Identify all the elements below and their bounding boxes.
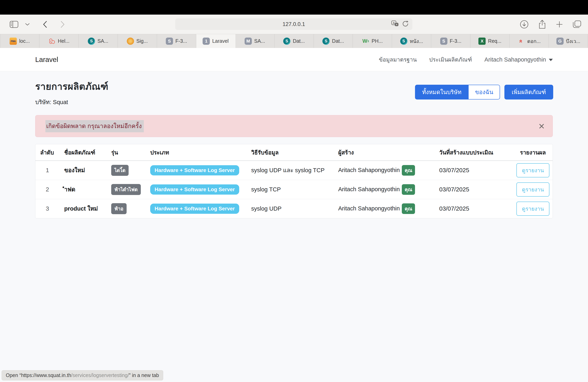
tab-title: loc... [19,38,30,44]
table-row: 1 ของใหม่ ไดไ้ด Hardware + Software Log … [35,161,553,180]
creator-name: Aritach Sahapongyothin [338,167,400,173]
browser-tab[interactable]: S SA... [79,34,118,48]
nav-link-evaluate[interactable]: ประเมินผลิตภัณฑ์ [429,55,472,64]
error-alert: เกิดข้อผิดพลาด กรุณาลองใหม่อีกครั้ง × [35,115,553,137]
w3schools-favicon-icon: W3 [362,38,369,45]
letter-s-favicon-icon: S [440,38,447,45]
col-creator: ผู้สร้าง [333,144,434,161]
laravel-favicon-icon [48,38,55,45]
sharepoint-favicon-icon: S [283,38,290,45]
browser-tab[interactable]: W3 PH... [353,34,392,48]
browser-tab[interactable]: Sig... [118,34,157,48]
browser-tab[interactable]: S Dat... [274,34,314,48]
col-model: รุ่น [106,144,146,161]
tab-title: Req... [488,38,501,44]
status-link-host: https://www.squat.in.th [21,372,71,378]
date-cell: 03/07/2025 [434,180,512,199]
tab-title: หนัง... [410,37,423,45]
brand-logo[interactable]: Laravel [35,56,58,63]
col-type: ประเภท [146,144,246,161]
creator-you-badge: คุณ [402,165,415,176]
sidebar-chevron-down-icon[interactable] [25,23,30,26]
filter-all-company-button[interactable]: ทั้งหมดในบริษัท [415,85,468,99]
method-cell: syslog UDP [246,199,333,218]
add-product-button[interactable]: เพิ่มผลิตภัณฑ์ [504,85,553,99]
tab-overview-icon[interactable] [572,20,582,29]
svg-text:A: A [393,21,395,25]
user-menu[interactable]: Aritach Sahapongyothin [484,56,553,63]
product-table-card: ลำดับ ชื่อผลิตภัณฑ์ รุ่น ประเภท วิธีรับข… [35,144,553,218]
status-bar: Open “https://www.squat.in.th/services/l… [1,370,163,381]
status-suffix: ” in a new tab [129,372,159,378]
method-cell: syslog UDP และ syslog TCP [246,161,333,180]
tab-strip: PMA loc... Hel... S SA... Sig... S F-3..… [0,34,588,48]
site-header: Laravel ข้อมูลมาตรฐาน ประเมินผลิตภัณฑ์ A… [0,48,588,71]
sharepoint-favicon-icon: S [322,38,330,45]
new-tab-icon[interactable] [556,20,563,28]
letter-m-favicon-icon: M [245,38,252,45]
tab-title: SA... [97,38,108,44]
tab-title: PH... [372,38,383,44]
amulet-favicon-icon [127,38,134,45]
tab-title: บึงเว... [566,37,580,45]
sidebar-toggle-icon[interactable] [10,21,18,28]
excel-favicon-icon: X [478,38,486,45]
browser-tab[interactable]: G บึงเว... [549,34,588,48]
date-cell: 03/07/2025 [434,161,512,180]
downloads-icon[interactable] [520,20,529,29]
row-index: 2 [35,180,59,199]
view-report-button[interactable]: ดูรายงาน [516,182,550,197]
close-icon[interactable]: × [539,121,545,131]
forward-icon[interactable] [60,20,65,28]
browser-tab[interactable]: S Dat... [314,34,353,48]
table-row: 2 ำฟด ฟำไดำไฟด Hardware + Software Log S… [35,180,553,199]
browser-tab[interactable]: S หนัง... [392,34,431,48]
nav-link-standards[interactable]: ข้อมูลมาตรฐาน [379,55,417,64]
browser-tab[interactable]: 1 Laravel [196,34,235,48]
browser-tab[interactable]: PMA loc... [0,34,39,48]
letter-g-favicon-icon: G [556,38,564,45]
tab-title: Dat... [293,38,305,44]
col-method: วิธีรับข้อมูล [246,144,333,161]
sharepoint-favicon-icon: S [400,38,407,45]
creator-name: Aritach Sahapongyothin [338,186,400,192]
status-prefix: Open “ [6,372,21,378]
translate-icon[interactable]: A× [391,20,399,28]
tab-title: Hel... [58,38,69,44]
tab-title: ตอก... [527,37,541,45]
col-index: ลำดับ [35,144,59,161]
chevrons-red-favicon-icon: « [518,38,525,45]
back-icon[interactable] [42,20,48,28]
svg-text:×: × [396,23,397,26]
model-badge: ฟำไดำไฟด [111,184,141,195]
browser-tab[interactable]: M SA... [235,34,274,48]
tab-title: Sig... [136,38,148,44]
view-report-button[interactable]: ดูรายงาน [516,202,550,216]
view-report-button[interactable]: ดูรายงาน [516,163,550,177]
sharepoint-favicon-icon: S [88,38,95,45]
table-header-row: ลำดับ ชื่อผลิตภัณฑ์ รุ่น ประเภท วิธีรับข… [35,144,553,161]
tab-title: F-3... [450,38,462,44]
numeral-1-favicon-icon: 1 [203,38,210,45]
chevron-down-icon [549,59,553,61]
row-index: 3 [35,199,59,218]
creator-you-badge: คุณ [402,203,415,214]
browser-tab[interactable]: X Req... [470,34,510,48]
share-icon[interactable] [538,19,546,29]
browser-tab[interactable]: Hel... [39,34,79,48]
reload-icon[interactable] [402,20,409,28]
address-bar[interactable]: 127.0.0.1 A× [175,18,412,30]
method-cell: syslog TCP [246,180,333,199]
product-name: ของใหม่ [64,167,85,173]
browser-tab[interactable]: S F-3... [157,34,196,48]
table-body: 1 ของใหม่ ไดไ้ด Hardware + Software Log … [35,161,553,218]
browser-tab[interactable]: S F-3... [431,34,470,48]
tab-title: Laravel [212,38,229,44]
creator-you-badge: คุณ [402,184,415,195]
browser-toolbar: 127.0.0.1 A× [0,15,588,34]
browser-tab[interactable]: « ตอก... [510,34,549,48]
filter-mine-button[interactable]: ของฉัน [468,85,500,99]
menu-bar [0,0,588,15]
url-text: 127.0.0.1 [283,21,305,27]
type-badge: Hardware + Software Log Server [150,204,239,214]
